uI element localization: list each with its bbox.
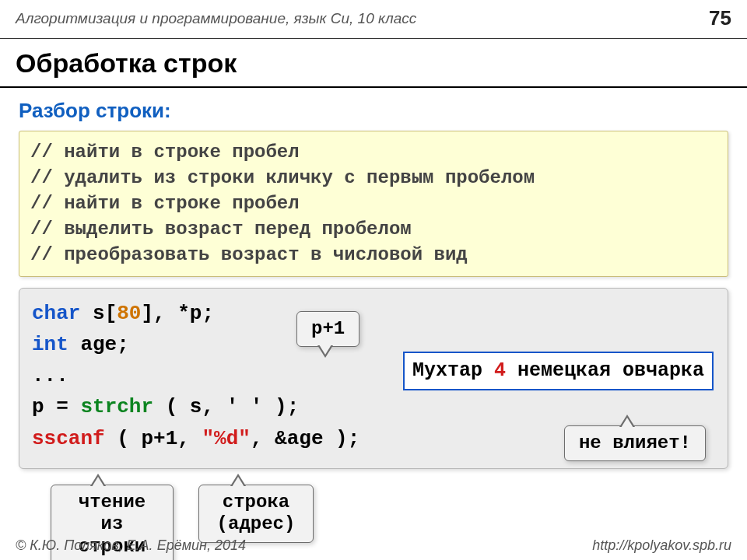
slide-subtitle: Разбор строки:	[0, 88, 747, 131]
comment-block: // найти в строке пробел // удалить из с…	[19, 131, 728, 277]
code-line: char s[80], *p;	[32, 298, 715, 329]
code-block: char s[80], *p; int age; ... p = strchr …	[19, 288, 728, 469]
callout-no-effect: не влияет!	[564, 425, 706, 462]
function-name: sscanf	[32, 427, 105, 450]
copyright: © К.Ю. Поляков, Е.А. Ерёмин, 2014	[16, 537, 246, 554]
comment-line: // найти в строке пробел	[30, 191, 717, 216]
callout-pointer: p+1	[296, 311, 359, 348]
sample-string-box: Мухтар 4 немецкая овчарка	[403, 352, 714, 391]
keyword: char	[32, 302, 80, 325]
callout-string-address: строка (адрес)	[198, 485, 314, 544]
function-name: strchr	[80, 395, 153, 418]
number-literal: 80	[117, 302, 141, 325]
comment-line: // удалить из строки кличку с первым про…	[30, 165, 717, 191]
slide-title: Обработка строк	[0, 39, 747, 88]
highlighted-char: 4	[494, 359, 506, 382]
keyword: int	[32, 333, 68, 356]
slide-header: Алгоритмизация и программирование, язык …	[0, 0, 747, 39]
code-line: p = strchr ( s, ' ' );	[32, 391, 715, 422]
course-title: Алгоритмизация и программирование, язык …	[16, 10, 416, 27]
footer-url: http://kpolyakov.spb.ru	[592, 537, 731, 554]
page-number: 75	[709, 6, 731, 30]
comment-line: // найти в строке пробел	[30, 139, 717, 165]
comment-line: // преобразовать возраст в числовой вид	[30, 242, 717, 268]
string-literal: "%d"	[202, 427, 250, 450]
comment-line: // выделить возраст перед пробелом	[30, 216, 717, 242]
slide-footer: © К.Ю. Поляков, Е.А. Ерёмин, 2014 http:/…	[0, 537, 747, 554]
